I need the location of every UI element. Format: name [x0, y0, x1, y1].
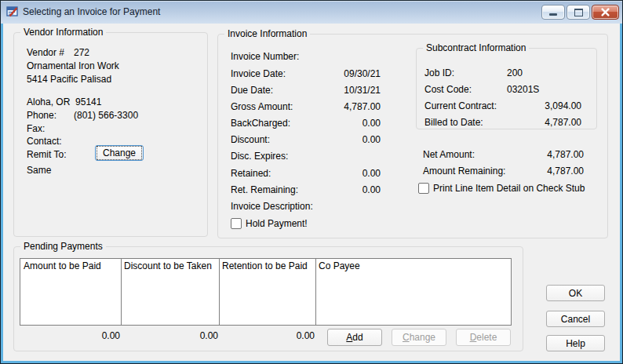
column-header-co-payee: Co Payee	[319, 260, 360, 271]
invoice-date-label: Invoice Date:	[231, 68, 286, 79]
delete-button[interactable]: Delete	[456, 329, 511, 346]
total-discount-to-be-taken: 0.00	[155, 330, 218, 341]
net-amount-label: Net Amount:	[423, 149, 475, 160]
phone-label: Phone:	[27, 110, 56, 121]
hold-payment-label: Hold Payment!	[246, 218, 308, 229]
contact-label: Contact:	[27, 136, 62, 147]
vendor-info-group: Vendor Information Vendor # 272 Ornament…	[13, 32, 208, 237]
phone-value: (801) 566-3300	[74, 110, 138, 121]
gross-amount-label: Gross Amount:	[231, 101, 293, 112]
column-header-retention-to-be-paid: Retention to be Paid	[222, 260, 308, 271]
pending-payments-group: Pending Payments Amount to be Paid Disco…	[13, 246, 523, 351]
invoice-info-group: Invoice Information Invoice Number: Invo…	[217, 34, 608, 238]
column-divider	[219, 259, 220, 325]
amount-remaining-label: Amount Remaining:	[423, 166, 505, 177]
job-id-label: Job ID:	[424, 67, 454, 78]
current-contract-label: Current Contract:	[424, 100, 497, 111]
add-button[interactable]: Add	[327, 329, 382, 346]
change-remit-button-label: Change	[97, 146, 142, 160]
invoice-number-label: Invoice Number:	[231, 51, 299, 62]
vendor-number-value: 272	[74, 47, 89, 58]
billed-to-date-label: Billed to Date:	[424, 117, 483, 128]
ret-remaining-label: Ret. Remaining:	[231, 184, 298, 195]
fax-label: Fax:	[27, 123, 45, 134]
pending-payments-table[interactable]: Amount to be Paid Discount to be Taken R…	[20, 258, 512, 326]
vendor-street: 5414 Pacific Palisad	[27, 74, 111, 85]
cost-code-value: 03201S	[507, 84, 539, 95]
maximize-icon	[574, 9, 583, 16]
close-button[interactable]	[592, 5, 619, 20]
invoice-description-label: Invoice Description:	[231, 201, 313, 212]
window-title: Selecting an Invoice for Payment	[23, 6, 160, 17]
gross-amount-value: 4,787.00	[293, 101, 381, 112]
current-contract-value: 3,094.00	[503, 100, 581, 111]
minimize-icon	[549, 13, 557, 16]
discount-label: Discount:	[231, 134, 270, 145]
vendor-number-label: Vendor #	[27, 47, 64, 58]
cancel-button[interactable]: Cancel	[546, 311, 605, 327]
change-button[interactable]: Change	[392, 329, 446, 346]
remit-to-value: Same	[27, 165, 51, 176]
ok-button[interactable]: OK	[546, 285, 605, 301]
help-button[interactable]: Help	[546, 335, 605, 351]
dialog-window: Selecting an Invoice for Payment Vendor …	[0, 0, 623, 364]
billed-to-date-value: 4,787.00	[503, 117, 581, 128]
minimize-button[interactable]	[541, 5, 565, 20]
app-icon	[6, 5, 19, 18]
column-header-amount-to-be-paid: Amount to be Paid	[24, 260, 101, 271]
maximize-button[interactable]	[567, 5, 590, 20]
change-remit-button[interactable]: Change	[95, 145, 144, 161]
due-date-label: Due Date:	[231, 85, 273, 96]
invoice-date-value: 09/30/21	[293, 68, 381, 79]
net-amount-value: 4,787.00	[505, 149, 584, 160]
column-divider	[121, 259, 122, 325]
remit-to-label: Remit To:	[27, 149, 66, 160]
invoice-group-label: Invoice Information	[224, 28, 310, 39]
retained-value: 0.00	[293, 168, 381, 179]
close-icon	[601, 8, 610, 16]
hold-payment-checkbox[interactable]	[231, 218, 242, 229]
dialog-client-area: Vendor Information Vendor # 272 Ornament…	[3, 24, 620, 361]
vendor-group-label: Vendor Information	[20, 27, 106, 38]
total-amount-to-be-paid: 0.00	[57, 330, 120, 341]
retained-label: Retained:	[231, 168, 271, 179]
pending-group-label: Pending Payments	[20, 241, 106, 252]
ret-remaining-value: 0.00	[293, 184, 381, 195]
subcontract-group-label: Subcontract Information	[423, 42, 529, 53]
discount-value: 0.00	[293, 134, 381, 145]
subcontract-info-group: Subcontract Information Job ID: 200 Cost…	[416, 48, 597, 129]
vendor-city: Aloha, OR 95141	[27, 96, 101, 107]
column-header-discount-to-be-taken: Discount to be Taken	[124, 260, 212, 271]
amount-remaining-value: 4,787.00	[505, 166, 584, 177]
due-date-value: 10/31/21	[293, 85, 381, 96]
disc-expires-label: Disc. Expires:	[231, 151, 288, 162]
title-bar: Selecting an Invoice for Payment	[1, 1, 622, 24]
cost-code-label: Cost Code:	[424, 84, 472, 95]
backcharged-value: 0.00	[293, 118, 381, 129]
vendor-name: Ornamental Iron Work	[27, 60, 119, 71]
job-id-value: 200	[507, 67, 523, 78]
print-line-item-checkbox[interactable]	[418, 183, 429, 194]
print-line-item-label: Print Line Item Detail on Check Stub	[433, 183, 585, 194]
total-retention-to-be-paid: 0.00	[252, 330, 315, 341]
column-divider	[315, 259, 316, 325]
backcharged-label: BackCharged:	[231, 118, 290, 129]
